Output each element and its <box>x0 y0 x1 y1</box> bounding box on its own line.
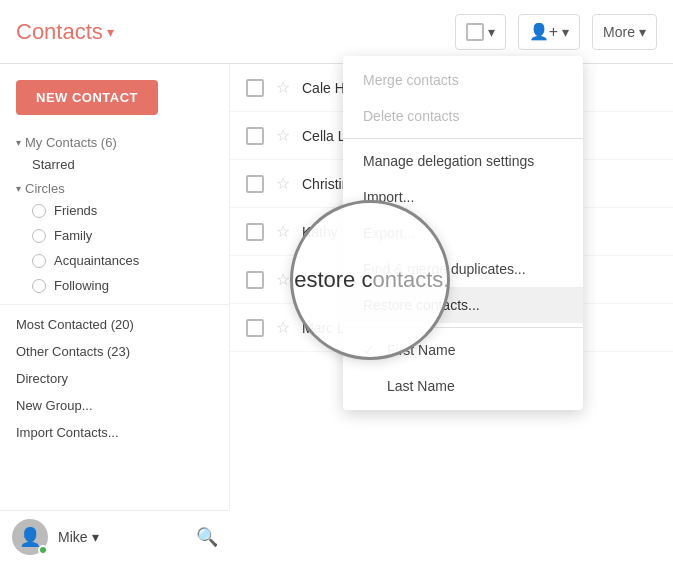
sidebar-section-circles: ▾ Circles Friends Family Acquaintances <box>0 177 229 298</box>
row-checkbox[interactable] <box>246 127 264 145</box>
sidebar-item-other-contacts[interactable]: Other Contacts (23) <box>16 338 213 365</box>
menu-item-export[interactable]: Export... <box>343 215 583 251</box>
sidebar: NEW CONTACT ▾ My Contacts (6) Starred ▾ … <box>0 64 230 562</box>
sidebar-item-most-contacted[interactable]: Most Contacted (20) <box>16 311 213 338</box>
menu-divider-2 <box>343 327 583 328</box>
starred-label: Starred <box>32 157 75 172</box>
app-title[interactable]: Contacts ▾ <box>16 19 114 45</box>
find-merge-label: Find & merge duplicates... <box>363 261 526 277</box>
row-checkbox[interactable] <box>246 319 264 337</box>
circles-arrow: ▾ <box>16 183 21 194</box>
last-name-label: Last Name <box>387 378 455 394</box>
sidebar-section-mycontacts: ▾ My Contacts (6) Starred <box>0 131 229 177</box>
star-icon[interactable]: ☆ <box>276 270 290 289</box>
menu-item-merge-contacts[interactable]: Merge contacts <box>343 62 583 98</box>
user-name-label[interactable]: Mike ▾ <box>58 529 99 545</box>
star-icon[interactable]: ☆ <box>276 174 290 193</box>
sidebar-item-import[interactable]: Import Contacts... <box>16 419 213 446</box>
first-name-label: First Name <box>387 342 455 358</box>
sidebar-item-friends[interactable]: Friends <box>16 198 213 223</box>
row-checkbox[interactable] <box>246 223 264 241</box>
more-dropdown-menu: Merge contacts Delete contacts Manage de… <box>343 56 583 410</box>
title-dropdown-arrow: ▾ <box>107 24 114 40</box>
sidebar-item-starred[interactable]: Starred <box>16 152 213 177</box>
avatar: 👤 <box>12 519 48 555</box>
import-label: Import... <box>363 189 414 205</box>
menu-item-last-name[interactable]: ✓ Last Name <box>343 368 583 404</box>
restore-contacts-label: Restore contacts... <box>363 297 480 313</box>
acquaintances-circle-icon <box>32 254 46 268</box>
add-person-icon: 👤+ <box>529 22 558 41</box>
online-indicator <box>38 545 48 555</box>
menu-divider-1 <box>343 138 583 139</box>
app-container: Contacts ▾ ▾ 👤+ ▾ More ▾ NEW CONTACT ▾ <box>0 0 673 562</box>
sidebar-item-following[interactable]: Following <box>16 273 213 298</box>
manage-delegation-label: Manage delegation settings <box>363 153 534 169</box>
more-arrow: ▾ <box>639 24 646 40</box>
star-icon[interactable]: ☆ <box>276 222 290 241</box>
sidebar-item-new-group[interactable]: New Group... <box>16 392 213 419</box>
menu-item-restore-contacts[interactable]: Restore contacts... <box>343 287 583 323</box>
export-label: Export... <box>363 225 415 241</box>
sidebar-item-directory[interactable]: Directory <box>16 365 213 392</box>
add-contact-button[interactable]: 👤+ ▾ <box>518 14 580 50</box>
sidebar-divider <box>0 304 229 305</box>
sidebar-item-family[interactable]: Family <box>16 223 213 248</box>
row-checkbox[interactable] <box>246 79 264 97</box>
circles-label[interactable]: ▾ Circles <box>16 177 213 198</box>
search-icon[interactable]: 🔍 <box>196 526 218 548</box>
row-checkbox[interactable] <box>246 175 264 193</box>
more-button[interactable]: More ▾ <box>592 14 657 50</box>
menu-item-manage-delegation[interactable]: Manage delegation settings <box>343 143 583 179</box>
family-circle-icon <box>32 229 46 243</box>
star-icon[interactable]: ☆ <box>276 126 290 145</box>
more-label: More <box>603 24 635 40</box>
first-name-check-icon: ✓ <box>363 342 379 358</box>
merge-contacts-label: Merge contacts <box>363 72 459 88</box>
header: Contacts ▾ ▾ 👤+ ▾ More ▾ <box>0 0 673 64</box>
menu-item-import[interactable]: Import... <box>343 179 583 215</box>
user-bar: 👤 Mike ▾ 🔍 <box>0 510 230 562</box>
new-contact-button[interactable]: NEW CONTACT <box>16 80 158 115</box>
title-text: Contacts <box>16 19 103 45</box>
select-arrow: ▾ <box>488 24 495 40</box>
select-button[interactable]: ▾ <box>455 14 506 50</box>
menu-item-find-merge[interactable]: Find & merge duplicates... <box>343 251 583 287</box>
friends-circle-icon <box>32 204 46 218</box>
following-circle-icon <box>32 279 46 293</box>
menu-item-delete-contacts[interactable]: Delete contacts <box>343 98 583 134</box>
my-contacts-arrow: ▾ <box>16 137 21 148</box>
delete-contacts-label: Delete contacts <box>363 108 460 124</box>
star-icon[interactable]: ☆ <box>276 78 290 97</box>
star-icon[interactable]: ☆ <box>276 318 290 337</box>
sidebar-item-acquaintances[interactable]: Acquaintances <box>16 248 213 273</box>
my-contacts-label[interactable]: ▾ My Contacts (6) <box>16 131 213 152</box>
checkbox-icon <box>466 23 484 41</box>
add-arrow: ▾ <box>562 24 569 40</box>
menu-item-first-name[interactable]: ✓ First Name <box>343 332 583 368</box>
sidebar-section-flat: Most Contacted (20) Other Contacts (23) … <box>0 311 229 446</box>
row-checkbox[interactable] <box>246 271 264 289</box>
